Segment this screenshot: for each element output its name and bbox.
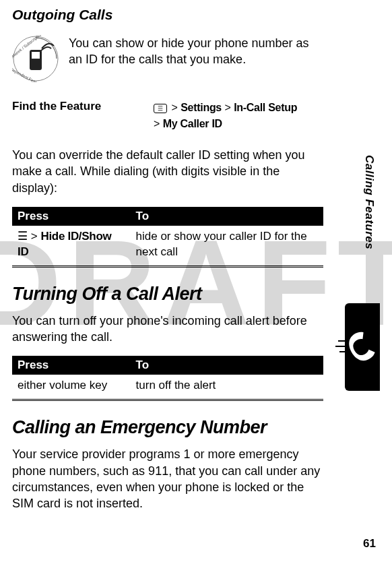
network-feature-icon: Network / Subscription Dependent Feature bbox=[12, 35, 59, 82]
table-header-press: Press bbox=[12, 207, 131, 226]
menu-key-icon: ☰ bbox=[18, 230, 28, 243]
intro-row: Network / Subscription Dependent Feature… bbox=[12, 35, 323, 82]
right-sidebar: Calling Features bbox=[344, 0, 380, 564]
table-header-press: Press bbox=[12, 356, 131, 375]
emergency-number-heading: Calling an Emergency Number bbox=[12, 417, 323, 438]
svg-rect-7 bbox=[32, 52, 40, 59]
page-content: Outgoing Calls Network / Subscription De… bbox=[0, 0, 344, 512]
path-settings: Settings bbox=[181, 102, 222, 113]
table-row: either volume key turn off the alert bbox=[12, 375, 323, 400]
path-sep: > bbox=[171, 102, 177, 113]
path-mycallerid: My Caller ID bbox=[163, 118, 222, 129]
table-header-to: To bbox=[131, 207, 323, 226]
path-sep: > bbox=[154, 118, 160, 129]
outgoing-intro-text: You can show or hide your phone number a… bbox=[69, 35, 323, 68]
table-row: ☰ > Hide ID/Show ID hide or show your ca… bbox=[12, 226, 323, 266]
find-feature-path: ☰ > Settings > In-Call Setup > My Caller… bbox=[154, 100, 297, 132]
path-sep: > bbox=[224, 102, 230, 113]
outgoing-calls-heading: Outgoing Calls bbox=[12, 7, 323, 23]
find-feature-row: Find the Feature ☰ > Settings > In-Call … bbox=[12, 100, 323, 132]
volume-key-desc: turn off the alert bbox=[131, 375, 323, 400]
emergency-intro-paragraph: Your service provider programs 1 or more… bbox=[12, 446, 323, 511]
path-incall: In-Call Setup bbox=[234, 102, 297, 113]
volume-key-press: either volume key bbox=[12, 375, 131, 400]
alert-intro-paragraph: You can turn off your phone's incoming c… bbox=[12, 313, 323, 346]
override-paragraph: You can override the default caller ID s… bbox=[12, 147, 323, 196]
hide-show-id-desc: hide or show your caller ID for the next… bbox=[131, 226, 323, 266]
find-feature-label: Find the Feature bbox=[12, 100, 147, 132]
table-header-to: To bbox=[131, 356, 323, 375]
turn-off-alert-table: Press To either volume key turn off the … bbox=[12, 356, 323, 401]
hide-show-id-table: Press To ☰ > Hide ID/Show ID hide or sho… bbox=[12, 207, 323, 268]
menu-key-icon: ☰ bbox=[154, 104, 167, 113]
path-sep: > bbox=[31, 230, 38, 243]
phone-tab-icon bbox=[345, 303, 380, 391]
section-tab-label: Calling Features bbox=[362, 155, 376, 249]
turning-off-alert-heading: Turning Off a Call Alert bbox=[12, 284, 323, 305]
